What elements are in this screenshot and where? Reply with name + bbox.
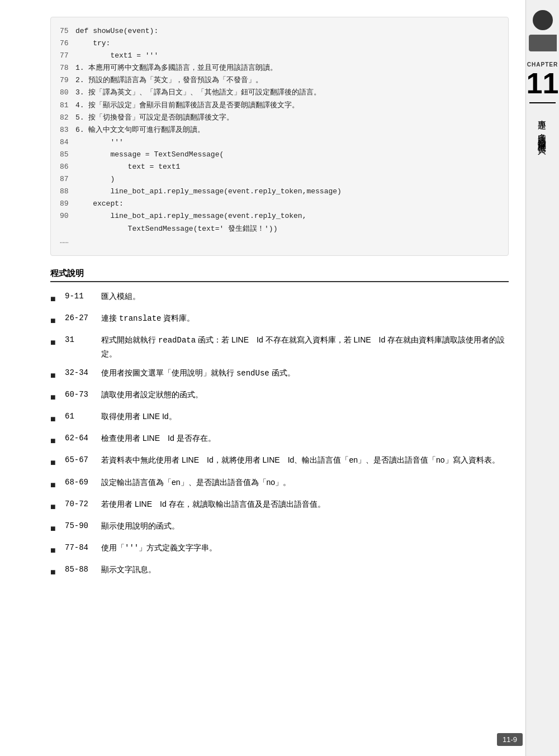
line-number: 76 [60, 37, 75, 50]
code-ellipsis: …… [60, 235, 499, 248]
code-line-82: 82 5. 按「切換發音」可設定是否朗讀翻譯後文字。 [60, 112, 499, 124]
list-item: ■ 70-72 若使用者 LINE Id 存在，就讀取輸出語言值及是否讀出語音值… [50, 498, 509, 514]
code-block: 75 def showUse(event): 76 try: 77 text1 … [50, 17, 509, 256]
sidebar-top-decoration [533, 10, 553, 30]
line-range: 75-90 [65, 520, 96, 533]
description-text: 使用者按圖文選單「使用說明」就執行 sendUse 函式。 [101, 367, 509, 381]
list-item: ■ 60-73 讀取使用者設定狀態的函式。 [50, 388, 509, 405]
bullet-icon: ■ [50, 433, 60, 448]
line-number: 78 [60, 62, 75, 74]
code-line-77: 77 text1 = ''' [60, 50, 499, 62]
description-text: 顯示使用說明的函式。 [101, 520, 509, 533]
description-text: 程式開始就執行 readData 函式：若 LINE Id 不存在就寫入資料庫，… [101, 334, 509, 361]
description-text: 取得使用者 LINE Id。 [101, 410, 509, 424]
chapter-divider [529, 102, 556, 103]
line-number: 77 [60, 50, 75, 62]
bullet-icon: ■ [50, 455, 60, 470]
line-number: 82 [60, 112, 75, 124]
code-text: 3. 按「譯為英文」、「譯為日文」、「其他語文」鈕可設定翻譯後的語言。 [75, 87, 321, 99]
code-text: except: [75, 198, 124, 210]
line-number: 89 [60, 198, 75, 210]
line-range: 31 [65, 334, 96, 347]
line-number: 87 [60, 173, 75, 186]
line-range: 60-73 [65, 388, 96, 402]
bullet-icon: ■ [50, 411, 60, 426]
line-number: 88 [60, 186, 75, 198]
code-line-90: 90 line_bot_api.reply_message(event.repl… [60, 210, 499, 222]
code-text: def showUse(event): [75, 25, 158, 37]
line-range: 68-69 [65, 476, 96, 489]
list-item: ■ 9-11 匯入模組。 [50, 290, 509, 306]
list-item: ■ 85-88 顯示文字訊息。 [50, 563, 509, 579]
line-number: 84 [60, 136, 75, 149]
code-text: line_bot_api.reply_message(event.reply_t… [75, 210, 306, 222]
list-item: ■ 61 取得使用者 LINE Id。 [50, 410, 509, 426]
line-range: 77-84 [65, 541, 96, 555]
code-text: TextSendMessage(text=' 發生錯誤！')) [75, 223, 277, 235]
chapter-number: 11 [527, 69, 559, 98]
bullet-icon: ■ [50, 291, 60, 306]
code-text: ) [75, 173, 115, 186]
description-text: 讀取使用者設定狀態的函式。 [101, 388, 509, 402]
line-range: 85-88 [65, 563, 96, 577]
page-number: 11-9 [497, 733, 523, 746]
description-text: 使用「'''」方式定義文字字串。 [101, 541, 509, 555]
right-sidebar: CHAPTER 11 專題：多國語音翻譯機器人 [525, 0, 559, 756]
description-text: 檢查使用者 LINE Id 是否存在。 [101, 432, 509, 445]
description-text: 若資料表中無此使用者 LINE Id，就將使用者 LINE Id、輸出語言值「e… [101, 454, 509, 467]
code-line-85: 85 message = TextSendMessage( [60, 149, 499, 161]
code-text: text1 = ''' [75, 50, 158, 62]
line-number: 80 [60, 87, 75, 99]
list-item: ■ 68-69 設定輸出語言值為「en」、是否讀出語音值為「no」。 [50, 476, 509, 492]
code-text: 1. 本應用可將中文翻譯為多國語言，並且可使用該語言朗讀。 [75, 62, 277, 74]
line-number: 81 [60, 99, 75, 112]
code-line-81: 81 4. 按「顯示設定」會顯示目前翻譯後語言及是否要朗讀翻譯後文字。 [60, 99, 499, 112]
code-text: message = TextSendMessage( [75, 149, 224, 161]
line-number: 75 [60, 25, 75, 37]
bullet-icon: ■ [50, 499, 60, 514]
code-text: 4. 按「顯示設定」會顯示目前翻譯後語言及是否要朗讀翻譯後文字。 [75, 99, 299, 112]
line-number: 79 [60, 74, 75, 87]
sidebar-vertical-text: 專題：多國語音翻譯機器人 [535, 113, 550, 142]
list-item: ■ 75-90 顯示使用說明的函式。 [50, 520, 509, 536]
line-number [60, 223, 75, 235]
line-range: 9-11 [65, 290, 96, 303]
list-item: ■ 62-64 檢查使用者 LINE Id 是否存在。 [50, 432, 509, 448]
code-line-83: 83 6. 輸入中文文句即可進行翻譯及朗讀。 [60, 124, 499, 136]
bullet-icon: ■ [50, 543, 60, 558]
code-line-76: 76 try: [60, 37, 499, 50]
code-text: 2. 預設的翻譯語言為「英文」，發音預設為「不發音」。 [75, 74, 263, 87]
description-text: 連接 translate 資料庫。 [101, 312, 509, 326]
bullet-icon: ■ [50, 335, 60, 350]
list-item: ■ 77-84 使用「'''」方式定義文字字串。 [50, 541, 509, 558]
code-line-90b: TextSendMessage(text=' 發生錯誤！')) [60, 223, 499, 235]
code-text: 6. 輸入中文文句即可進行翻譯及朗讀。 [75, 124, 205, 136]
list-item: ■ 65-67 若資料表中無此使用者 LINE Id，就將使用者 LINE Id… [50, 454, 509, 470]
code-text: ''' [75, 136, 124, 149]
code-line-78: 78 1. 本應用可將中文翻譯為多國語言，並且可使用該語言朗讀。 [60, 62, 499, 74]
code-text: 5. 按「切換發音」可設定是否朗讀翻譯後文字。 [75, 112, 234, 124]
line-range: 62-64 [65, 432, 96, 445]
line-range: 65-67 [65, 454, 96, 467]
code-line-87: 87 ) [60, 173, 499, 186]
line-number: 85 [60, 149, 75, 161]
sidebar-tab-decoration [529, 35, 557, 51]
line-range: 26-27 [65, 312, 96, 325]
description-text: 若使用者 LINE Id 存在，就讀取輸出語言值及是否讀出語音值。 [101, 498, 509, 511]
main-content: 75 def showUse(event): 76 try: 77 text1 … [34, 0, 525, 614]
list-item: ■ 26-27 連接 translate 資料庫。 [50, 312, 509, 328]
bullet-icon: ■ [50, 313, 60, 328]
code-text: text = text1 [75, 161, 180, 173]
line-number: 83 [60, 124, 75, 136]
code-line-80: 80 3. 按「譯為英文」、「譯為日文」、「其他語文」鈕可設定翻譯後的語言。 [60, 87, 499, 99]
list-item: ■ 31 程式開始就執行 readData 函式：若 LINE Id 不存在就寫… [50, 334, 509, 361]
line-range: 61 [65, 410, 96, 424]
bullet-icon: ■ [50, 477, 60, 492]
line-number: 90 [60, 210, 75, 222]
description-text: 顯示文字訊息。 [101, 563, 509, 577]
list-item: ■ 32-34 使用者按圖文選單「使用說明」就執行 sendUse 函式。 [50, 367, 509, 383]
code-text: try: [75, 37, 110, 50]
code-line-89: 89 except: [60, 198, 499, 210]
code-line-79: 79 2. 預設的翻譯語言為「英文」，發音預設為「不發音」。 [60, 74, 499, 87]
section-title: 程式說明 [50, 268, 509, 282]
